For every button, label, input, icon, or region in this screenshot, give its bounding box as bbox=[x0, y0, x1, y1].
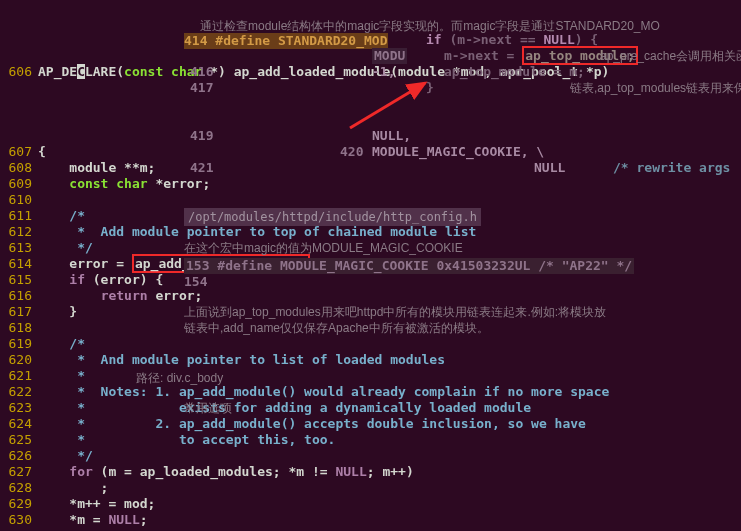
code-line: 610 bbox=[0, 192, 741, 208]
code-content: const char *error; bbox=[38, 176, 741, 192]
code-content: */ bbox=[38, 448, 741, 464]
code-line: 608 module **m; bbox=[0, 160, 741, 176]
code-content: * exists for adding a dynamically loaded… bbox=[38, 400, 741, 416]
code-editor[interactable]: 606 AP_DECLARE(const char *) ap_add_load… bbox=[0, 0, 741, 531]
code-line: 617 } bbox=[0, 304, 741, 320]
ghost-path: /opt/modules/httpd/include/http_config.h bbox=[184, 208, 481, 226]
ghost-assign: m->next = ap_top_module; bbox=[444, 48, 638, 64]
ghost-brace: } bbox=[426, 80, 434, 96]
code-content: /* bbox=[38, 336, 741, 352]
line-number: 616 bbox=[0, 288, 38, 304]
code-line: 606 AP_DECLARE(const char *) ap_add_load… bbox=[0, 64, 741, 80]
code-line: 630 *m = NULL; bbox=[0, 512, 741, 528]
line-number: 628 bbox=[0, 480, 38, 496]
line-number: 608 bbox=[0, 160, 38, 176]
code-line: 625 * to accept this, too. bbox=[0, 432, 741, 448]
code-content: *m = NULL; bbox=[38, 512, 741, 528]
code-content: for (m = ap_loaded_modules; *m != NULL; … bbox=[38, 464, 741, 480]
code-line: 607{ bbox=[0, 144, 741, 160]
code-content: return error; bbox=[38, 288, 741, 304]
line-number: 630 bbox=[0, 512, 38, 528]
code-content: * And module pointer to list of loaded m… bbox=[38, 352, 741, 368]
ghost-417: 417 bbox=[190, 80, 213, 96]
ghost-cn-link: 链表,ap_top_modules链表用来保存 bbox=[570, 80, 741, 96]
line-number: 609 bbox=[0, 176, 38, 192]
code-content: * 2. ap_add_module() accepts double incl… bbox=[38, 416, 741, 432]
cursor: C bbox=[77, 64, 85, 79]
line-number: 621 bbox=[0, 368, 38, 384]
code-content: AP_DECLARE(const char *) ap_add_loaded_m… bbox=[38, 64, 741, 80]
code-line: 616 return error; bbox=[0, 288, 741, 304]
code-line: 621 * bbox=[0, 368, 741, 384]
line-number: 615 bbox=[0, 272, 38, 288]
line-number: 606 bbox=[0, 64, 38, 80]
code-content: * bbox=[38, 368, 741, 384]
code-content: module **m; bbox=[38, 160, 741, 176]
code-line: 620 * And module pointer to list of load… bbox=[0, 352, 741, 368]
ghost-cn-call: ap_pre_cache会调用相关函数 bbox=[600, 48, 741, 64]
ghost-lno-415: MODU bbox=[372, 48, 407, 64]
line-number: 622 bbox=[0, 384, 38, 400]
line-number: 612 bbox=[0, 224, 38, 240]
code-line: 612 * Add module pointer to top of chain… bbox=[0, 224, 741, 240]
code-line: 614 error = ap_add_module(mod, p); bbox=[0, 256, 741, 272]
code-content: ; bbox=[38, 480, 741, 496]
code-content: if (error) { bbox=[38, 272, 741, 288]
code-line: 628 ; bbox=[0, 480, 741, 496]
code-line: 609 const char *error; bbox=[0, 176, 741, 192]
ghost-define: 414 #define STANDARD20_MOD bbox=[184, 33, 388, 49]
line-number: 623 bbox=[0, 400, 38, 416]
ghost-if: if (m->next == NULL) { bbox=[426, 32, 598, 48]
line-number: 610 bbox=[0, 192, 38, 208]
code-line: 626 */ bbox=[0, 448, 741, 464]
line-number: 624 bbox=[0, 416, 38, 432]
code-line: 615 if (error) { bbox=[0, 272, 741, 288]
code-line: 627 for (m = ap_loaded_modules; *m != NU… bbox=[0, 464, 741, 480]
code-line: 624 * 2. ap_add_module() accepts double … bbox=[0, 416, 741, 432]
line-number: 613 bbox=[0, 240, 38, 256]
code-line: 618 bbox=[0, 320, 741, 336]
line-number: 618 bbox=[0, 320, 38, 336]
line-number: 614 bbox=[0, 256, 38, 272]
code-content: * to accept this, too. bbox=[38, 432, 741, 448]
code-line: 613 */ bbox=[0, 240, 741, 256]
code-content: { bbox=[38, 144, 741, 160]
ghost-cn-text: 通过检查module结构体中的magic字段实现的。而magic字段是通过STA… bbox=[200, 18, 660, 34]
line-number: 607 bbox=[0, 144, 38, 160]
code-content: * Add module pointer to top of chained m… bbox=[38, 224, 741, 240]
line-number: 611 bbox=[0, 208, 38, 224]
code-line: 622 * Notes: 1. ap_add_module() would al… bbox=[0, 384, 741, 400]
ghost-419: 419 bbox=[190, 128, 213, 144]
code-content: error = ap_add_module(mod, p); bbox=[38, 256, 741, 272]
code-content: *m++ = mod; bbox=[38, 496, 741, 512]
code-content: * Notes: 1. ap_add_module() would alread… bbox=[38, 384, 741, 400]
line-number: 627 bbox=[0, 464, 38, 480]
line-number: 625 bbox=[0, 432, 38, 448]
code-line: 629 *m++ = mod; bbox=[0, 496, 741, 512]
code-content: } bbox=[38, 304, 741, 320]
line-number: 619 bbox=[0, 336, 38, 352]
ghost-null2: NULL, bbox=[372, 128, 411, 144]
code-line: 623 * exists for adding a dynamically lo… bbox=[0, 400, 741, 416]
svg-line-0 bbox=[350, 83, 425, 128]
arrow-annotation bbox=[345, 78, 445, 138]
line-number: 629 bbox=[0, 496, 38, 512]
code-line: 619 /* bbox=[0, 336, 741, 352]
line-number: 617 bbox=[0, 304, 38, 320]
line-number: 620 bbox=[0, 352, 38, 368]
line-number: 626 bbox=[0, 448, 38, 464]
